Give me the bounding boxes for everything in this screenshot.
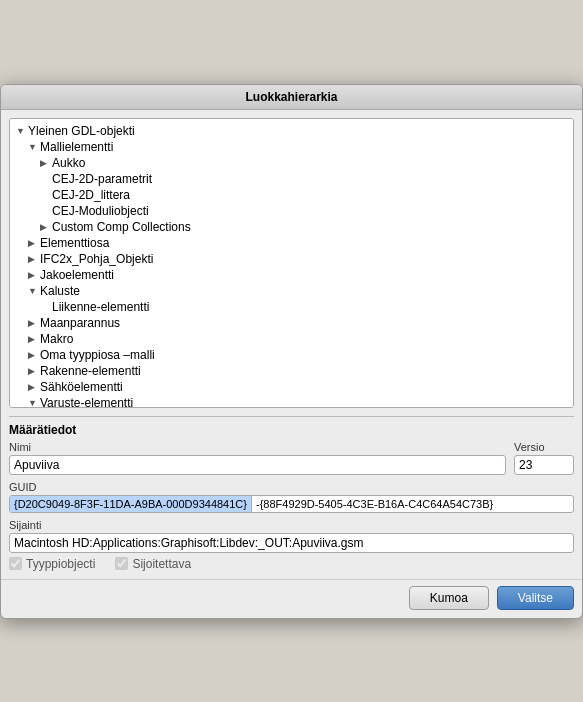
tree-item-label: Rakenne-elementti [40, 364, 141, 378]
location-input[interactable] [9, 533, 574, 553]
location-group: Sijainti [9, 519, 574, 553]
tree-item[interactable]: ▶Rakenne-elementti [12, 363, 571, 379]
name-group: Nimi [9, 441, 506, 475]
tree-toggle-icon: ▶ [28, 334, 40, 344]
sijoitettava-checkbox-item[interactable]: Sijoitettava [115, 557, 191, 571]
tree-item-label: Yleinen GDL-objekti [28, 124, 135, 138]
tree-item-label: Jakoelementti [40, 268, 114, 282]
tree-item[interactable]: ▶Maanparannus [12, 315, 571, 331]
tree-item-label: Sähköelementti [40, 380, 123, 394]
guid-group: GUID {D20C9049-8F3F-11DA-A9BA-000D934484… [9, 481, 574, 513]
tree-item-label: CEJ-Moduliobjecti [52, 204, 149, 218]
ok-button[interactable]: Valitse [497, 586, 574, 610]
tree-toggle-icon: ▶ [40, 222, 52, 232]
tree-toggle-icon: ▶ [28, 254, 40, 264]
tree-toggle-icon: ▼ [28, 286, 40, 296]
tree-item-label: Liikenne-elementti [52, 300, 149, 314]
tree-item[interactable]: ▶Custom Comp Collections [12, 219, 571, 235]
guid-label: GUID [9, 481, 574, 493]
tree-item[interactable]: ▶Makro [12, 331, 571, 347]
tree-toggle-icon: ▶ [28, 318, 40, 328]
sijoitettava-label: Sijoitettava [132, 557, 191, 571]
tree-item[interactable]: CEJ-2D-parametrit [12, 171, 571, 187]
name-label: Nimi [9, 441, 506, 453]
tyyppi-label: Tyyppiobjecti [26, 557, 95, 571]
tree-item-label: Maanparannus [40, 316, 120, 330]
tree-item[interactable]: ▼Kaluste [12, 283, 571, 299]
button-row: Kumoa Valitse [1, 579, 582, 618]
tree-item-label: Mallielementti [40, 140, 113, 154]
details-section: Määrätiedot Nimi Versio GUID {D20C9049-8… [9, 423, 574, 571]
class-hierarchy-tree[interactable]: ▼Yleinen GDL-objekti▼Mallielementti▶Aukk… [9, 118, 574, 408]
tree-toggle-icon: ▼ [28, 398, 40, 408]
tree-item[interactable]: ▼Mallielementti [12, 139, 571, 155]
tree-item[interactable]: ▼Varuste-elementti [12, 395, 571, 408]
cancel-button[interactable]: Kumoa [409, 586, 489, 610]
main-dialog: Luokkahierarkia ▼Yleinen GDL-objekti▼Mal… [0, 84, 583, 619]
tree-item[interactable]: ▶IFC2x_Pohja_Objekti [12, 251, 571, 267]
version-group: Versio [514, 441, 574, 475]
tyyppi-checkbox[interactable] [9, 557, 22, 570]
guid-part1: {D20C9049-8F3F-11DA-A9BA-000D9344841C} [10, 496, 252, 512]
tree-item-label: CEJ-2D-parametrit [52, 172, 152, 186]
guid-part2: -{88F4929D-5405-4C3E-B16A-C4C64A54C73B} [252, 496, 497, 512]
tree-toggle-icon: ▼ [28, 142, 40, 152]
name-input[interactable] [9, 455, 506, 475]
tree-item-label: Kaluste [40, 284, 80, 298]
tree-item[interactable]: ▶Oma tyyppiosa –malli [12, 347, 571, 363]
tree-item-label: Makro [40, 332, 73, 346]
tree-item-label: Varuste-elementti [40, 396, 133, 408]
tree-item-label: IFC2x_Pohja_Objekti [40, 252, 153, 266]
tree-item[interactable]: ▶Sähköelementti [12, 379, 571, 395]
guid-container: {D20C9049-8F3F-11DA-A9BA-000D9344841C} -… [9, 495, 574, 513]
section-label: Määrätiedot [9, 423, 574, 437]
dialog-title: Luokkahierarkia [245, 90, 337, 104]
tree-item-label: Elementtiosa [40, 236, 109, 250]
tree-item-label: Aukko [52, 156, 85, 170]
version-label: Versio [514, 441, 574, 453]
tree-item[interactable]: ▶Aukko [12, 155, 571, 171]
tree-item[interactable]: Liikenne-elementti [12, 299, 571, 315]
tree-item-label: Oma tyyppiosa –malli [40, 348, 155, 362]
name-version-row: Nimi Versio [9, 441, 574, 475]
tree-toggle-icon: ▶ [28, 366, 40, 376]
tree-item[interactable]: ▶Elementtiosa [12, 235, 571, 251]
divider [9, 416, 574, 417]
tree-toggle-icon: ▶ [28, 238, 40, 248]
tree-toggle-icon: ▶ [40, 158, 52, 168]
checkbox-row: Tyyppiobjecti Sijoitettava [9, 557, 574, 571]
tree-item[interactable]: ▶Jakoelementti [12, 267, 571, 283]
tree-toggle-icon: ▼ [16, 126, 28, 136]
location-label: Sijainti [9, 519, 574, 531]
tree-toggle-icon: ▶ [28, 350, 40, 360]
tree-item[interactable]: CEJ-Moduliobjecti [12, 203, 571, 219]
version-input[interactable] [514, 455, 574, 475]
tree-item-label: Custom Comp Collections [52, 220, 191, 234]
tree-toggle-icon: ▶ [28, 382, 40, 392]
tyyppi-checkbox-item[interactable]: Tyyppiobjecti [9, 557, 95, 571]
tree-item[interactable]: ▼Yleinen GDL-objekti [12, 123, 571, 139]
sijoitettava-checkbox[interactable] [115, 557, 128, 570]
tree-toggle-icon: ▶ [28, 270, 40, 280]
tree-item-label: CEJ-2D_littera [52, 188, 130, 202]
tree-item[interactable]: CEJ-2D_littera [12, 187, 571, 203]
title-bar: Luokkahierarkia [1, 85, 582, 110]
